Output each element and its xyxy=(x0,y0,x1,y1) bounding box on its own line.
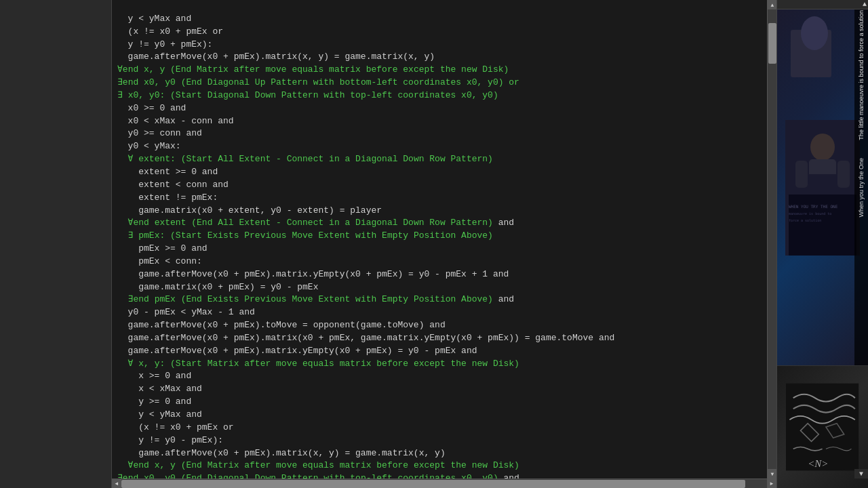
code-line-18: ∃ pmEx: (Start Exists Previous Move Exte… xyxy=(117,230,493,241)
right-vtext-container: When you try the One xyxy=(854,9,868,365)
right-panel-top-bar: ▲ xyxy=(777,0,868,9)
code-line-7: ∃ x0, y0: (Start Diagonal Down Pattern w… xyxy=(117,90,498,100)
v-scroll-down-button[interactable]: ▼ xyxy=(768,469,776,479)
code-line-2: (x != x0 + pmEx or xyxy=(117,26,223,37)
code-line-13: extent >= 0 and xyxy=(117,167,218,177)
right-panel-images: WHEN YOU TRY THE ONE manoeuvre is bound … xyxy=(777,9,868,488)
code-line-21: game.afterMove(x0 + pmEx).matrix.yEmpty(… xyxy=(117,269,509,279)
svg-text:WHEN YOU TRY THE ONE: WHEN YOU TRY THE ONE xyxy=(789,204,838,209)
code-line-26: game.afterMove(x0 + pmEx).matrix(x0 + pm… xyxy=(117,333,614,343)
code-line-10: y0 >= conn and xyxy=(117,128,202,138)
code-line-16: game.matrix(x0 + extent, y0 - extent) = … xyxy=(117,205,382,216)
main-area: y < yMax and (x != x0 + pmEx or y != y0 … xyxy=(112,0,776,488)
left-panel xyxy=(0,0,112,488)
h-scroll-track[interactable] xyxy=(121,479,767,488)
svg-rect-5 xyxy=(837,161,850,188)
code-line-19: pmEx >= 0 and xyxy=(117,243,208,253)
code-line-29: x >= 0 and xyxy=(117,371,191,381)
svg-text:force a solution: force a solution xyxy=(789,218,821,222)
code-line-1: y < yMax and xyxy=(117,14,191,24)
code-line-17b: and xyxy=(493,218,514,228)
code-line-15: extent != pmEx: xyxy=(117,192,218,203)
image-slot-top: WHEN YOU TRY THE ONE manoeuvre is bound … xyxy=(777,9,868,366)
person-image-svg: WHEN YOU TRY THE ONE manoeuvre is bound … xyxy=(785,120,860,256)
code-line-31: y >= 0 and xyxy=(117,396,191,407)
code-line-33: (x != x0 + pmEx or xyxy=(117,422,234,432)
svg-rect-3 xyxy=(806,174,840,198)
code-line-37: ∃end x0, y0 (End Diagonal Down Pattern w… xyxy=(117,473,498,479)
h-scroll-right-button[interactable]: ► xyxy=(767,479,776,489)
code-container: y < yMax and (x != x0 + pmEx or y != y0 … xyxy=(112,0,767,479)
code-line-32: y < yMax and xyxy=(117,409,202,420)
h-scroll-left-button[interactable]: ◄ xyxy=(112,479,121,489)
svg-text:manoeuvre is bound to: manoeuvre is bound to xyxy=(789,211,831,216)
code-line-23b: and xyxy=(493,294,514,304)
code-line-17: ∀end extent (End All Extent - Connect in… xyxy=(117,218,493,228)
top-bar-arrow: ▲ xyxy=(863,1,867,8)
right-panel: ▲ xyxy=(776,0,868,488)
v-scroll-up-button[interactable]: ▲ xyxy=(768,0,776,9)
code-line-30: x < xMax and xyxy=(117,384,202,394)
code-line-14: extent < conn and xyxy=(117,180,229,190)
code-line-4: game.afterMove(x0 + pmEx).matrix(x, y) =… xyxy=(117,52,435,62)
svg-rect-4 xyxy=(795,161,808,188)
right-panel-bottom-arrow[interactable]: ▼ xyxy=(854,469,868,479)
h-scroll-thumb[interactable] xyxy=(121,480,745,488)
code-line-11: y0 < yMax: xyxy=(117,141,181,151)
code-line-8: x0 >= 0 and xyxy=(117,103,186,113)
vertical-scrollbar[interactable]: ▲ ▼ xyxy=(767,0,776,479)
main-content: y < yMax and (x != x0 + pmEx or y != y0 … xyxy=(112,0,776,479)
code-line-24: y0 - pmEx < yMax - 1 and xyxy=(117,307,255,317)
code-line-6: ∃end x0, y0 (End Diagonal Up Pattern wit… xyxy=(117,77,519,87)
code-line-28: ∀ x, y: (Start Matrix after move equals … xyxy=(117,359,519,369)
code-line-23: ∃end pmEx (End Exists Previous Move Exte… xyxy=(117,294,493,304)
bottom-arrow-icon: ▼ xyxy=(859,470,863,478)
abstract-image-svg: <N> xyxy=(786,378,859,476)
horizontal-scrollbar[interactable]: ◄ ► xyxy=(112,479,776,488)
code-line-5: ∀end x, y (End Matrix after move equals … xyxy=(117,64,509,75)
svg-text:<N>: <N> xyxy=(808,458,829,469)
code-block: y < yMax and (x != x0 + pmEx or y != y0 … xyxy=(117,0,762,479)
code-line-34: y != y0 - pmEx): xyxy=(117,435,223,445)
v-scroll-track[interactable] xyxy=(768,9,776,469)
code-line-35: game.afterMove(x0 + pmEx).matrix(x, y) =… xyxy=(117,448,446,458)
right-vtext-1: When you try the One xyxy=(858,158,865,218)
code-line-3: y != y0 + pmEx): xyxy=(117,39,212,49)
code-line-27: game.afterMove(x0 + pmEx).matrix.yEmpty(… xyxy=(117,346,477,356)
v-scroll-thumb[interactable] xyxy=(768,23,776,64)
code-line-9: x0 < xMax - conn and xyxy=(117,116,234,126)
code-line-12: ∀ extent: (Start All Extent - Connect in… xyxy=(117,154,493,164)
code-line-22: game.matrix(x0 + pmEx) = y0 - pmEx xyxy=(117,282,318,292)
svg-point-1 xyxy=(810,134,835,161)
code-line-25: game.afterMove(x0 + pmEx).toMove = oppon… xyxy=(117,320,446,330)
code-line-37b: and xyxy=(498,473,519,479)
code-line-36: ∀end x, y (End Matrix after move equals … xyxy=(117,460,519,470)
code-line-20: pmEx < conn: xyxy=(117,256,202,266)
